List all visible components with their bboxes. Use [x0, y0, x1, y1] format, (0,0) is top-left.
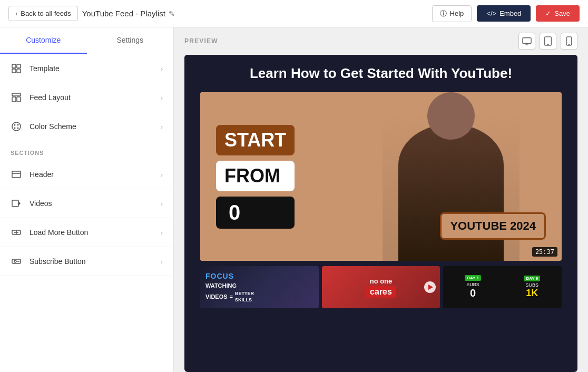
- tab-settings[interactable]: Settings: [87, 27, 174, 54]
- subs-grid: DAY 1 SUBS 0 DAY 9 SUBS 1K: [443, 266, 562, 308]
- day9-col: DAY 9 SUBS 1K: [503, 266, 562, 308]
- chevron-left-icon: ‹: [15, 9, 17, 17]
- subs-label-2: SUBS: [526, 282, 539, 288]
- save-label: Save: [554, 9, 570, 17]
- topbar: ‹ Back to all feeds YouTube Feed - Playl…: [0, 0, 588, 27]
- mobile-icon[interactable]: [561, 33, 577, 50]
- svg-rect-0: [12, 64, 16, 68]
- sidebar-tabs: Customize Settings: [0, 27, 173, 54]
- thumbnail-3[interactable]: DAY 1 SUBS 0 DAY 9 SUBS 1K: [443, 266, 562, 308]
- cares-label: cares: [366, 286, 396, 298]
- chevron-right-icon: ›: [161, 123, 163, 131]
- svg-point-11: [17, 128, 19, 129]
- svg-marker-15: [18, 201, 21, 205]
- preview-label: PREVIEW: [184, 37, 218, 45]
- sidebar-item-template[interactable]: Template ›: [0, 54, 173, 83]
- tab-customize[interactable]: Customize: [0, 27, 87, 54]
- main-video-bg: START FROM 0: [200, 92, 562, 261]
- video-duration: 25:37: [532, 247, 557, 257]
- sections-label: SECTIONS: [0, 141, 173, 160]
- svg-rect-5: [12, 97, 16, 102]
- sidebar-item-header[interactable]: Header ›: [0, 160, 173, 189]
- sidebar-item-color-scheme-label: Color Scheme: [30, 122, 153, 131]
- sidebar: Customize Settings Template ›: [0, 27, 174, 372]
- svg-point-28: [569, 44, 569, 45]
- person-head: [427, 92, 475, 140]
- device-icons: [518, 33, 577, 50]
- header-icon: [11, 169, 22, 180]
- feed-title-text: YouTube Feed - Playlist: [82, 9, 165, 18]
- sidebar-item-color-scheme[interactable]: Color Scheme ›: [0, 112, 173, 141]
- sidebar-item-videos-label: Videos: [30, 199, 153, 208]
- desktop-icon[interactable]: [518, 33, 535, 50]
- day9-label: DAY 9: [524, 276, 540, 281]
- sidebar-item-feed-layout[interactable]: Feed Layout ›: [0, 83, 173, 112]
- palette-icon: [11, 121, 22, 132]
- sidebar-item-subscribe-button[interactable]: Subscribe Button ›: [0, 247, 173, 276]
- thumbnail-2[interactable]: no one cares: [322, 266, 440, 308]
- embed-label: Embed: [499, 9, 521, 17]
- edit-icon[interactable]: ✎: [169, 9, 175, 18]
- from-label: FROM: [216, 161, 295, 191]
- video-overlay: START FROM 0: [200, 92, 562, 261]
- start-label: START: [216, 125, 295, 155]
- feed-header: Learn How to Get Started With YouTube!: [184, 55, 577, 92]
- svg-point-20: [14, 260, 16, 262]
- videos-label: VIDEOS: [205, 293, 228, 300]
- question-icon: ⓘ: [440, 9, 447, 18]
- svg-point-9: [17, 124, 19, 126]
- video-icon: [11, 198, 22, 209]
- svg-rect-22: [523, 38, 531, 44]
- sidebar-main-items: Template › Feed Layout ›: [0, 54, 173, 141]
- chevron-right-icon: ›: [161, 65, 163, 73]
- chevron-right-icon: ›: [161, 200, 163, 208]
- layout-icon: [11, 92, 22, 103]
- chevron-right-icon: ›: [161, 94, 163, 102]
- grid-icon: [11, 63, 22, 74]
- topbar-right: ⓘ Help </> Embed ✓ Save: [432, 5, 580, 22]
- sidebar-item-videos[interactable]: Videos ›: [0, 189, 173, 218]
- embed-button[interactable]: </> Embed: [477, 5, 531, 22]
- day1-label: DAY 1: [465, 275, 481, 281]
- tablet-icon[interactable]: [540, 33, 556, 50]
- youtube-2024-label: YOUTUBE 2024: [440, 212, 546, 240]
- sidebar-item-load-more-button[interactable]: Load More Button ›: [0, 218, 173, 247]
- thumbnail-1[interactable]: FOCUS WATCHING VIDEOS = BETTER SKILLS: [200, 266, 319, 308]
- save-button[interactable]: ✓ Save: [536, 5, 580, 22]
- svg-rect-3: [17, 69, 21, 73]
- sidebar-item-template-label: Template: [30, 64, 153, 73]
- onek-count: 1K: [526, 288, 538, 299]
- svg-point-26: [547, 44, 548, 45]
- svg-point-10: [14, 128, 16, 129]
- no-one-label: no one: [370, 277, 393, 285]
- feed-preview: Learn How to Get Started With YouTube! S…: [184, 55, 577, 372]
- svg-point-8: [14, 124, 16, 126]
- subs-label-1: SUBS: [466, 282, 479, 287]
- main-video-thumbnail[interactable]: START FROM 0: [200, 92, 562, 261]
- sidebar-item-load-more-label: Load More Button: [30, 228, 153, 237]
- watching-label: WATCHING: [205, 282, 254, 289]
- preview-topbar: PREVIEW: [174, 27, 588, 55]
- code-icon: </>: [486, 9, 496, 17]
- check-icon: ✓: [545, 9, 551, 17]
- feed-title-text: Learn How to Get Started With YouTube!: [200, 65, 562, 82]
- svg-rect-14: [12, 200, 18, 207]
- topbar-left: ‹ Back to all feeds YouTube Feed - Playl…: [8, 6, 175, 21]
- day1-col: DAY 1 SUBS 0: [443, 266, 502, 308]
- thumbnail-row: FOCUS WATCHING VIDEOS = BETTER SKILLS: [200, 266, 562, 308]
- play-icon-small: [424, 281, 436, 293]
- back-button-label: Back to all feeds: [21, 9, 71, 17]
- back-button[interactable]: ‹ Back to all feeds: [8, 6, 78, 21]
- sidebar-item-header-label: Header: [30, 170, 153, 179]
- svg-rect-12: [12, 171, 21, 178]
- sidebar-item-subscribe-label: Subscribe Button: [30, 257, 153, 266]
- feed-title: YouTube Feed - Playlist ✎: [82, 9, 175, 18]
- help-button[interactable]: ⓘ Help: [432, 5, 472, 22]
- svg-point-7: [12, 122, 21, 131]
- main-layout: Customize Settings Template ›: [0, 27, 588, 372]
- zero-label: 0: [216, 197, 295, 229]
- subscribe-icon: [11, 256, 22, 267]
- svg-rect-4: [12, 93, 21, 96]
- svg-rect-1: [17, 64, 21, 68]
- zero-count: 0: [470, 287, 476, 299]
